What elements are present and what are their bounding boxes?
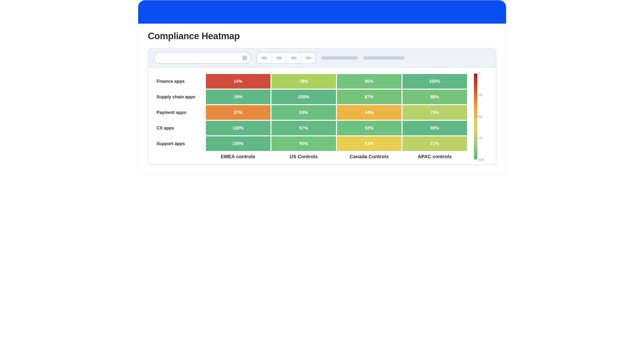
heatmap-cell[interactable]: 90%: [336, 73, 402, 89]
heatmap-cell[interactable]: 88%: [402, 89, 468, 105]
heatmap-cell[interactable]: 100%: [402, 73, 468, 89]
column-labels: EMEA controlsUS ControlsCanada ControlsA…: [157, 154, 468, 159]
heatmap-cell[interactable]: 44%: [336, 105, 402, 120]
row-label: Support apps: [157, 136, 206, 151]
toolbar: [148, 49, 496, 68]
row-label: Finance apps: [157, 73, 206, 89]
column-label: APAC controls: [402, 154, 468, 159]
heatmap-cell[interactable]: 71%: [402, 136, 468, 151]
legend-tick: 0: [479, 72, 480, 75]
view-toggle-4[interactable]: [301, 52, 316, 63]
content-area: Compliance Heatmap Finance apps14%78%90%…: [138, 24, 506, 175]
row-label: Payment apps: [157, 105, 206, 120]
heatmap-grid: Finance apps14%78%90%100%Supply chain ap…: [157, 73, 468, 151]
heatmap-cell[interactable]: 61%: [336, 136, 402, 151]
legend-tick: 100: [479, 158, 484, 161]
heatmap-cell[interactable]: 92%: [336, 120, 402, 136]
heatmap-cell[interactable]: 93%: [271, 105, 336, 120]
legend-ticks: 0255075100: [479, 73, 488, 159]
heatmap-cell[interactable]: 87%: [336, 89, 402, 105]
view-toggle-2[interactable]: [272, 52, 286, 63]
heatmap-panel: Finance apps14%78%90%100%Supply chain ap…: [148, 48, 496, 165]
toolbar-placeholder-2: [363, 56, 405, 60]
search-input[interactable]: [154, 52, 251, 64]
heatmap-grid-wrap: Finance apps14%78%90%100%Supply chain ap…: [157, 73, 468, 159]
legend-tick: 50: [479, 115, 482, 118]
heatmap-cell[interactable]: 100%: [271, 89, 336, 105]
row-label: CX apps: [157, 120, 206, 136]
search-icon: [242, 55, 247, 61]
heatmap-cell[interactable]: 100%: [206, 136, 271, 151]
heatmap-cell[interactable]: 19%: [206, 89, 271, 105]
toolbar-placeholder-1: [322, 56, 358, 60]
heatmap-cell[interactable]: 37%: [206, 105, 271, 120]
heatmap-area: Finance apps14%78%90%100%Supply chain ap…: [148, 68, 496, 164]
color-legend: 0255075100: [474, 73, 488, 159]
column-label: EMEA controls: [206, 154, 271, 159]
legend-tick: 25: [479, 93, 482, 97]
heatmap-cell[interactable]: 100%: [206, 120, 271, 136]
view-toggle-3[interactable]: [286, 52, 301, 63]
view-toggle-1[interactable]: [257, 52, 272, 63]
heatmap-cell[interactable]: 97%: [271, 120, 336, 136]
header-bar: [138, 0, 506, 24]
column-label: US Controls: [271, 154, 336, 159]
heatmap-cell[interactable]: 14%: [206, 73, 271, 89]
column-label: Canada Controls: [336, 154, 402, 159]
legend-tick: 75: [479, 136, 482, 140]
view-toggle-group: [256, 52, 316, 64]
heatmap-cell[interactable]: 99%: [402, 120, 468, 136]
heatmap-cell[interactable]: 78%: [271, 73, 336, 89]
heatmap-cell[interactable]: 90%: [271, 136, 336, 151]
app-frame: Compliance Heatmap Finance apps14%78%90%…: [138, 0, 506, 175]
page-title: Compliance Heatmap: [148, 31, 496, 41]
heatmap-cell[interactable]: 75%: [402, 105, 468, 120]
legend-marker-icon: [476, 115, 478, 118]
row-label: Supply chain apps: [157, 89, 206, 105]
